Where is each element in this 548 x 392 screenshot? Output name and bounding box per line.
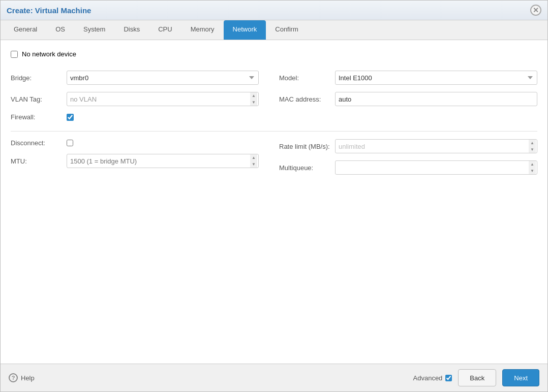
create-vm-dialog: Create: Virtual Machine ✕ General OS Sys… [0,0,548,392]
model-row: Model: Intel E1000 [279,67,537,88]
multiqueue-input[interactable] [339,164,529,172]
vlan-spinner[interactable]: ▲ ▼ [67,92,259,106]
firewall-label: Firewall: [11,113,67,121]
no-device-checkbox[interactable] [11,51,18,58]
tab-confirm[interactable]: Confirm [266,20,308,40]
dialog-footer: ? Help Advanced Back Next [1,364,547,391]
advanced-label: Advanced [413,374,443,382]
mac-label: MAC address: [279,95,335,103]
mac-input[interactable] [335,92,537,106]
mtu-up[interactable]: ▲ [250,154,257,161]
help-icon: ? [9,373,18,382]
advanced-checkbox[interactable] [445,375,452,381]
rate-limit-input[interactable] [339,143,529,150]
mac-row: MAC address: [279,88,537,110]
multiqueue-down[interactable]: ▼ [529,168,536,174]
model-select[interactable]: Intel E1000 [335,71,537,85]
tab-general[interactable]: General [5,20,46,40]
mtu-input[interactable] [70,157,250,165]
main-content: No network device Bridge: vmbr0 VLAN Tag… [1,40,547,364]
mtu-label: MTU: [11,157,67,165]
disconnect-row: Disconnect: [11,136,259,150]
multiqueue-up[interactable]: ▲ [529,161,536,168]
dialog-title: Create: Virtual Machine [7,6,91,15]
tab-cpu[interactable]: CPU [149,20,181,40]
dialog-header: Create: Virtual Machine ✕ [1,1,547,20]
network-form: Bridge: vmbr0 VLAN Tag: ▲ ▼ [11,67,537,127]
bridge-label: Bridge: [11,74,67,82]
advanced-row: Advanced [413,374,452,382]
mtu-row: MTU: ▲ ▼ [11,150,259,172]
disconnect-label: Disconnect: [11,139,67,147]
help-section: ? Help [9,373,35,382]
tab-disks[interactable]: Disks [114,20,149,40]
vlan-down[interactable]: ▼ [250,99,257,106]
rate-limit-spinner[interactable]: ▲ ▼ [335,139,537,153]
next-button[interactable]: Next [502,369,539,386]
tab-system[interactable]: System [74,20,114,40]
tab-os[interactable]: OS [46,20,74,40]
bridge-row: Bridge: vmbr0 [11,67,259,88]
disconnect-col: Disconnect: MTU: ▲ ▼ [11,136,274,178]
no-device-row: No network device [11,50,537,58]
spacer-row [279,110,537,127]
multiqueue-row: Multiqueue: ▲ ▼ [279,157,537,178]
multiqueue-spinner[interactable]: ▲ ▼ [335,160,537,175]
model-label: Model: [279,74,335,82]
rate-down[interactable]: ▼ [529,146,536,153]
tab-network[interactable]: Network [224,20,266,40]
right-column: Model: Intel E1000 MAC address: [274,67,537,127]
multiqueue-label: Multiqueue: [279,164,335,172]
section-divider [11,131,537,132]
firewall-checkbox[interactable] [67,114,74,121]
help-label[interactable]: Help [21,374,35,382]
close-button[interactable]: ✕ [530,5,541,16]
rate-limit-label: Rate limit (MB/s): [279,143,335,150]
mtu-spinner[interactable]: ▲ ▼ [67,154,259,168]
tab-memory[interactable]: Memory [181,20,224,40]
footer-actions: Advanced Back Next [413,369,539,386]
mtu-down[interactable]: ▼ [250,161,257,168]
vlan-label: VLAN Tag: [11,95,67,103]
disconnect-checkbox[interactable] [67,140,73,146]
rate-limit-row: Rate limit (MB/s): ▲ ▼ [279,136,537,157]
advanced-section: Disconnect: MTU: ▲ ▼ [11,136,537,178]
vlan-input[interactable] [70,95,250,103]
back-button[interactable]: Back [458,369,496,386]
tab-bar: General OS System Disks CPU Memory Netwo… [1,20,547,40]
vlan-row: VLAN Tag: ▲ ▼ [11,88,259,110]
rate-col: Rate limit (MB/s): ▲ ▼ Multiqueue: [274,136,537,178]
no-device-label: No network device [22,50,76,58]
rate-up[interactable]: ▲ [529,140,536,146]
bridge-select[interactable]: vmbr0 [67,71,259,85]
vlan-up[interactable]: ▲ [250,92,257,99]
left-column: Bridge: vmbr0 VLAN Tag: ▲ ▼ [11,67,274,127]
firewall-row: Firewall: [11,110,259,124]
